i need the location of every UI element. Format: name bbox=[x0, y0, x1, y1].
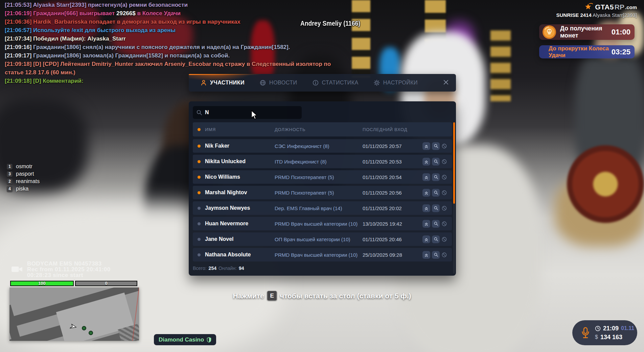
table-row[interactable]: Nathana AbsolutePRMD Врач высшей категор… bbox=[193, 248, 452, 261]
double-chevron-up-icon[interactable] bbox=[422, 235, 430, 243]
member-name: Jane Novel bbox=[205, 236, 275, 242]
person-icon bbox=[200, 79, 207, 86]
gold-column bbox=[352, 0, 370, 78]
table-row[interactable]: Nik FakerСЭС Инфекционист (8)01/11/2025 … bbox=[193, 139, 452, 153]
hotkey-slot-badge: 4 bbox=[7, 186, 13, 192]
table-row[interactable]: Marshal NightovPRMD Психотерапевт (5)01/… bbox=[193, 186, 452, 199]
status-time: 21:09 bbox=[603, 325, 619, 332]
chat-text: [21:09:16] bbox=[5, 44, 33, 50]
row-actions bbox=[416, 158, 452, 166]
status-dot bbox=[193, 238, 205, 241]
magnifier-icon[interactable] bbox=[432, 189, 440, 197]
roulette-wheel bbox=[567, 145, 644, 223]
double-chevron-up-icon[interactable] bbox=[422, 251, 430, 259]
logo-text-com: .com bbox=[625, 4, 637, 10]
hotkey-item: 2reanimats bbox=[7, 178, 40, 185]
table-row[interactable]: Nico WilliamsPRMD Психотерапевт (5)01/11… bbox=[193, 170, 452, 184]
chat-text: [21:06:36] bbox=[5, 19, 33, 25]
tab-статистика[interactable]: СТАТИСТИКА bbox=[312, 79, 359, 86]
ban-icon[interactable] bbox=[441, 236, 447, 242]
column-header-name[interactable]: ИМЯ bbox=[205, 127, 275, 132]
close-icon[interactable] bbox=[443, 79, 449, 87]
double-chevron-up-icon[interactable] bbox=[422, 204, 430, 212]
chat-text: [D] Комментарий: bbox=[33, 78, 83, 84]
ban-icon[interactable] bbox=[441, 143, 447, 149]
magnifier-icon[interactable] bbox=[432, 220, 440, 228]
hotkey-label: reanimats bbox=[16, 178, 40, 184]
chat-text: [D] [CPD] Лейтенант Dmitriy_Hunter заклю… bbox=[33, 61, 331, 67]
chat-text: [21:07:34] bbox=[5, 35, 33, 42]
chat-text: Гражданин[666] выигрывает bbox=[33, 10, 116, 17]
bodycam-line: 00:28:23 since start bbox=[27, 272, 111, 278]
tab-настройки[interactable]: НАСТРОЙКИ bbox=[373, 79, 418, 86]
double-chevron-up-icon[interactable] bbox=[422, 158, 430, 166]
map-blip bbox=[89, 331, 93, 335]
ban-icon[interactable] bbox=[441, 252, 447, 258]
table-row[interactable]: Jaymson NewyesDep. EMS Главный врач (14)… bbox=[193, 201, 452, 215]
coins-timer-value: 01:00 bbox=[612, 28, 630, 36]
double-chevron-up-icon[interactable] bbox=[422, 220, 430, 228]
member-name: Nathana Absolute bbox=[205, 252, 275, 258]
magnifier-icon[interactable] bbox=[432, 173, 440, 181]
prompt-pre: Нажмите bbox=[233, 292, 264, 300]
wheel-timer-label: До прокрутки Колеса Удачи bbox=[549, 45, 612, 59]
camera-icon bbox=[11, 265, 23, 275]
server-name: SUNRISE 2414 bbox=[556, 12, 592, 18]
column-header-last-login[interactable]: ПОСЛЕДНИЙ ВХОД bbox=[363, 127, 416, 132]
status-dot bbox=[193, 160, 205, 163]
double-chevron-up-icon[interactable] bbox=[422, 142, 430, 150]
chat-line: [21:06:57] Используйте /exit для быстрог… bbox=[5, 27, 331, 34]
chat-text: Гражданин[1806] заломал(а) Гражданин[158… bbox=[33, 52, 230, 59]
online-value: 94 bbox=[239, 266, 244, 271]
member-last-login: 25/10/2025 09:28 bbox=[363, 252, 416, 258]
ban-icon[interactable] bbox=[441, 190, 447, 196]
coins-timer-banner[interactable]: До получения монет 01:00 bbox=[539, 24, 635, 40]
server-player-line: SUNRISE 2414 Alyaska Starr[2393] bbox=[556, 12, 637, 18]
table-header-row: ИМЯ ДОЛЖНОСТЬ ПОСЛЕДНИЙ ВХОД bbox=[193, 122, 452, 136]
ban-icon[interactable] bbox=[441, 159, 447, 165]
hotkey-label: piska bbox=[16, 186, 28, 192]
table-row[interactable]: Nikita UnluckedITD Инфекционист (8)01/11… bbox=[193, 155, 452, 168]
map-blip bbox=[82, 326, 86, 330]
member-last-login: 01/11/2025 20:46 bbox=[363, 236, 416, 242]
member-last-login: 01/11/2025 20:02 bbox=[363, 205, 416, 211]
magnifier-icon[interactable] bbox=[432, 158, 440, 166]
column-header-role[interactable]: ДОЛЖНОСТЬ bbox=[275, 127, 363, 132]
chat-text: [21:05:53] bbox=[5, 2, 33, 8]
magnifier-icon[interactable] bbox=[432, 235, 440, 243]
magnifier-icon[interactable] bbox=[432, 204, 440, 212]
globe-icon bbox=[259, 79, 266, 86]
tab-участники[interactable]: УЧАСТНИКИ bbox=[200, 79, 245, 86]
chat-text: в Колесе Удачи bbox=[136, 10, 181, 17]
wheel-timer-banner[interactable]: До прокрутки Колеса Удачи 03:25 bbox=[539, 45, 635, 58]
row-actions bbox=[416, 189, 452, 197]
server-brand: GTA5RP.com SUNRISE 2414 Alyaska Starr[23… bbox=[556, 3, 637, 18]
magnifier-icon[interactable] bbox=[432, 251, 440, 259]
double-chevron-up-icon[interactable] bbox=[422, 173, 430, 181]
member-name: Jaymson Newyes bbox=[205, 205, 275, 211]
chat-log: [21:05:53] Alyaska Starr[2393] пристегну… bbox=[5, 1, 331, 86]
double-chevron-up-icon[interactable] bbox=[422, 189, 430, 197]
table-row[interactable]: Jane NovelОП Врач высшей категории (10)0… bbox=[193, 232, 452, 246]
scrollbar[interactable] bbox=[453, 122, 455, 274]
member-last-login: 01/11/2025 20:56 bbox=[363, 190, 416, 196]
hotkey-item: 4piska bbox=[7, 185, 40, 193]
hotkey-item: 1osmotr bbox=[7, 163, 40, 170]
ban-icon[interactable] bbox=[441, 174, 447, 180]
member-last-login: 13/10/2025 19:42 bbox=[363, 221, 416, 227]
chat-text: [21:09:18] bbox=[5, 78, 33, 84]
microphone-icon[interactable] bbox=[581, 327, 590, 339]
member-name: Nikita Unlucked bbox=[205, 158, 275, 165]
ban-icon[interactable] bbox=[441, 205, 447, 211]
chat-line: [21:05:53] Alyaska Starr[2393] пристегну… bbox=[5, 1, 331, 8]
row-actions bbox=[416, 220, 452, 228]
prompt-post: чтобы встать за стол (ставки от 5 ф.) bbox=[280, 292, 411, 300]
ban-icon[interactable] bbox=[441, 221, 447, 227]
magnifier-icon[interactable] bbox=[432, 142, 440, 150]
table-footer: Всего: 254 Онлайн: 94 bbox=[193, 266, 452, 271]
tab-новости[interactable]: НОВОСТИ bbox=[259, 79, 297, 86]
scrollbar-thumb[interactable] bbox=[453, 122, 455, 204]
status-dot bbox=[193, 176, 205, 179]
table-row[interactable]: Huan NevermorePRMD Врач высшей категории… bbox=[193, 217, 452, 230]
hotkey-item: 3pasport bbox=[7, 170, 40, 178]
